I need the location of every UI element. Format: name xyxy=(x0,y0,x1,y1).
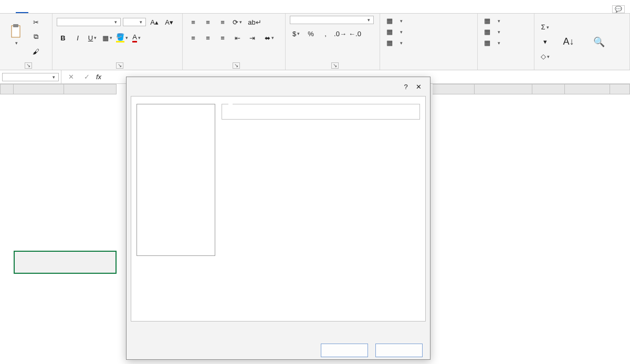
align-middle-button[interactable]: ≡ xyxy=(202,16,214,28)
comments-icon[interactable]: 💬 xyxy=(612,5,625,13)
format-icon: ▦ xyxy=(484,39,490,47)
ribbon: ▾ ✂ ⧉ 🖌 ↘ ▾ ▾ A▴ A▾ B I U▾ ▦▾ 🪣▾ xyxy=(0,14,630,70)
fx-icon[interactable]: fx xyxy=(96,73,101,81)
alignment-launcher[interactable]: ↘ xyxy=(233,62,240,69)
shrink-font-button[interactable]: A▾ xyxy=(163,16,175,28)
sample-value xyxy=(228,109,413,111)
cond-format-icon: ▦ xyxy=(386,17,393,25)
svg-rect-0 xyxy=(12,26,20,37)
decrease-indent-button[interactable]: ⇤ xyxy=(231,31,244,44)
col-header-J[interactable] xyxy=(475,84,532,94)
category-list[interactable] xyxy=(136,104,215,256)
clipboard-launcher[interactable]: ↘ xyxy=(25,62,32,69)
tab-developer[interactable] xyxy=(117,9,129,13)
tab-home[interactable] xyxy=(16,8,28,13)
col-header-B[interactable] xyxy=(64,84,117,94)
decrease-decimal-button[interactable]: ←.0 xyxy=(349,27,361,40)
comma-format-button[interactable]: , xyxy=(319,27,332,40)
italic-button[interactable]: I xyxy=(71,31,84,44)
cancel-button[interactable] xyxy=(375,344,423,357)
find-select-button[interactable]: 🔍 xyxy=(586,23,612,61)
grow-font-button[interactable]: A▴ xyxy=(148,16,161,28)
increase-indent-button[interactable]: ⇥ xyxy=(246,31,258,44)
font-name-dropdown[interactable]: ▾ xyxy=(57,18,121,26)
align-top-button[interactable]: ≡ xyxy=(187,16,200,28)
col-header-A[interactable] xyxy=(14,84,64,94)
font-color-button[interactable]: A▾ xyxy=(130,31,143,44)
font-launcher[interactable]: ↘ xyxy=(116,62,123,69)
insert-icon: ▦ xyxy=(484,17,490,25)
svg-rect-1 xyxy=(13,24,18,27)
align-right-button[interactable]: ≡ xyxy=(216,31,229,44)
orientation-button[interactable]: ⟳▾ xyxy=(231,16,244,28)
autosum-button[interactable]: Σ▾ xyxy=(539,21,551,34)
sort-filter-button[interactable]: A↓ xyxy=(555,23,582,61)
accounting-format-button[interactable]: $▾ xyxy=(290,27,302,40)
format-painter-button[interactable]: 🖌 xyxy=(29,45,42,58)
clear-button[interactable]: ◇▾ xyxy=(539,50,551,63)
delete-cells-button[interactable]: ▦▾ xyxy=(482,27,502,37)
tab-review[interactable] xyxy=(91,9,104,13)
fill-color-button[interactable]: 🪣▾ xyxy=(116,31,128,44)
col-header-M[interactable] xyxy=(610,84,630,94)
percent-format-button[interactable]: % xyxy=(304,27,317,40)
cancel-entry-button[interactable]: ✕ xyxy=(65,71,77,83)
tab-page-layout[interactable] xyxy=(54,9,66,13)
col-header-I[interactable] xyxy=(433,84,475,94)
dialog-close-button[interactable]: ✕ xyxy=(412,80,425,93)
tab-data[interactable] xyxy=(79,9,91,13)
dialog-help-button[interactable]: ? xyxy=(400,80,412,93)
underline-button[interactable]: U▾ xyxy=(86,31,99,44)
cell-styles-icon: ▦ xyxy=(386,39,393,47)
select-all-corner[interactable] xyxy=(0,84,14,94)
tab-file[interactable] xyxy=(3,9,16,13)
selection-outline xyxy=(14,251,117,274)
font-size-dropdown[interactable]: ▾ xyxy=(123,18,146,26)
merge-button[interactable]: ⬌▾ xyxy=(260,31,278,44)
border-button[interactable]: ▦▾ xyxy=(101,31,113,44)
conditional-formatting-button[interactable]: ▦▾ xyxy=(384,16,405,26)
ok-button[interactable] xyxy=(321,344,368,357)
format-cells-dialog: ? ✕ xyxy=(126,77,430,360)
wrap-text-button[interactable]: ab↵ xyxy=(246,16,264,28)
name-box[interactable]: ▾ xyxy=(2,73,59,81)
tab-view[interactable] xyxy=(104,9,117,13)
col-header-L[interactable] xyxy=(565,84,610,94)
cut-button[interactable]: ✂ xyxy=(29,16,42,28)
ribbon-tabs: 💬 xyxy=(0,0,630,14)
bold-button[interactable]: B xyxy=(57,31,69,44)
table-icon: ▦ xyxy=(386,28,393,36)
number-launcher[interactable]: ↘ xyxy=(331,62,339,69)
tab-draw[interactable] xyxy=(41,9,54,13)
tab-help[interactable] xyxy=(129,9,142,13)
copy-button[interactable]: ⧉ xyxy=(29,30,42,43)
align-bottom-button[interactable]: ≡ xyxy=(216,16,229,28)
align-center-button[interactable]: ≡ xyxy=(202,31,214,44)
format-cells-button[interactable]: ▦▾ xyxy=(482,38,502,48)
tab-formulas[interactable] xyxy=(66,9,79,13)
insert-cells-button[interactable]: ▦▾ xyxy=(482,16,502,26)
format-as-table-button[interactable]: ▦▾ xyxy=(384,27,405,37)
paste-button[interactable]: ▾ xyxy=(4,16,27,53)
align-left-button[interactable]: ≡ xyxy=(187,31,200,44)
tab-insert[interactable] xyxy=(28,9,41,13)
delete-icon: ▦ xyxy=(484,28,490,36)
increase-decimal-button[interactable]: .0→ xyxy=(334,27,346,40)
confirm-entry-button[interactable]: ✓ xyxy=(80,71,93,83)
fill-button[interactable]: ▾ xyxy=(539,36,551,48)
col-header-K[interactable] xyxy=(532,84,565,94)
cell-styles-button[interactable]: ▦▾ xyxy=(384,38,405,48)
number-format-dropdown[interactable]: ▾ xyxy=(290,16,374,24)
